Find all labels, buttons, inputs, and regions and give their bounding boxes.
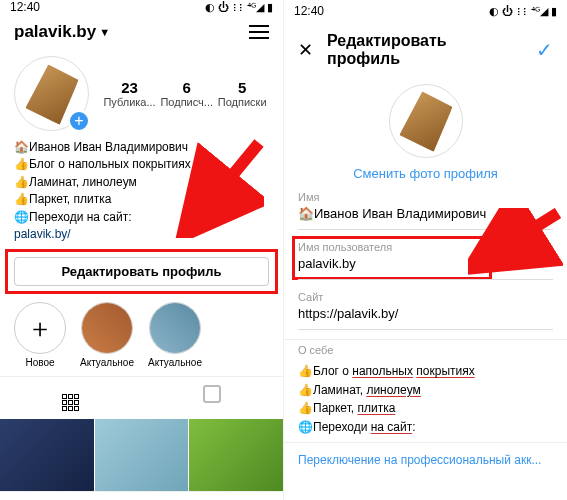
website-field[interactable]: Сайт https://palavik.by/ — [284, 285, 567, 327]
grid-icon — [62, 394, 79, 411]
chevron-down-icon: ▼ — [99, 26, 110, 38]
highlight-item[interactable]: Актуальное — [80, 302, 134, 368]
highlight-item[interactable]: Актуальное — [148, 302, 202, 368]
add-story-icon[interactable]: + — [68, 110, 90, 132]
highlight-new[interactable]: ＋ Новое — [14, 302, 66, 368]
edit-profile-screen: 12:40 ◐ ⏻ ⫶⫶ ⁴ᴳ◢ ▮ ✕ Редактировать профи… — [284, 0, 567, 500]
username-field[interactable]: Имя пользователя palavik.by — [284, 235, 567, 277]
status-icons: ◐ ⏻ ⫶⫶ ⁴ᴳ◢ ▮ — [489, 5, 557, 18]
stat-followers[interactable]: 6 Подписч... — [160, 79, 213, 108]
tagged-icon — [203, 385, 221, 403]
username-dropdown[interactable]: palavik.by — [14, 22, 96, 42]
tab-grid[interactable] — [0, 377, 142, 419]
avatar[interactable]: + — [14, 56, 89, 131]
status-icons: ◐ ⏻ ⫶⫶ ⁴ᴳ◢ ▮ — [205, 1, 273, 14]
status-time: 12:40 — [10, 0, 40, 14]
name-field[interactable]: Имя 🏠Иванов Иван Владимирович — [284, 185, 567, 227]
status-bar: 12:40 ◐ ⏻ ⫶⫶ ⁴ᴳ◢ ▮ — [0, 0, 283, 14]
plus-icon: ＋ — [27, 311, 53, 346]
post-thumbnail[interactable] — [0, 419, 94, 491]
avatar-section: Сменить фото профиля — [284, 76, 567, 185]
page-title: Редактировать профиль — [327, 32, 522, 68]
close-icon[interactable]: ✕ — [298, 39, 313, 61]
stats-row: 23 Публика... 6 Подписч... 5 Подписки — [101, 79, 269, 108]
status-time: 12:40 — [294, 4, 324, 18]
tab-tagged[interactable] — [142, 377, 284, 419]
annotation-highlight — [292, 236, 492, 280]
profile-tabs — [0, 376, 283, 419]
avatar[interactable] — [389, 84, 463, 158]
bio: 🏠Иванов Иван Владимирович 👍Блог о наполь… — [0, 135, 283, 247]
annotation-highlight — [5, 249, 278, 294]
confirm-icon[interactable]: ✓ — [536, 38, 553, 62]
stat-posts[interactable]: 23 Публика... — [103, 79, 155, 108]
edit-header: ✕ Редактировать профиль ✓ — [284, 22, 567, 76]
profile-header: palavik.by ▼ — [0, 14, 283, 50]
bio-link[interactable]: palavik.by/ — [14, 226, 269, 243]
edit-profile-row: Редактировать профиль — [0, 247, 283, 298]
avatar-image — [397, 89, 454, 153]
photo-grid — [0, 419, 283, 491]
bottom-nav: ⌂ ⊞ ♡ — [0, 491, 283, 500]
profile-screen: 12:40 ◐ ⏻ ⫶⫶ ⁴ᴳ◢ ▮ palavik.by ▼ + 23 Пуб… — [0, 0, 284, 500]
post-thumbnail[interactable] — [189, 419, 283, 491]
stat-following[interactable]: 5 Подписки — [218, 79, 267, 108]
change-photo-link[interactable]: Сменить фото профиля — [353, 166, 498, 181]
menu-icon[interactable] — [249, 25, 269, 39]
status-bar: 12:40 ◐ ⏻ ⫶⫶ ⁴ᴳ◢ ▮ — [284, 0, 567, 22]
about-field[interactable]: О себе 👍Блог о напольных покрытиях 👍Лами… — [284, 340, 567, 442]
post-thumbnail[interactable] — [95, 419, 189, 491]
profile-top: + 23 Публика... 6 Подписч... 5 Подписки — [0, 50, 283, 135]
highlights-row: ＋ Новое Актуальное Актуальное — [0, 298, 283, 376]
switch-professional-link[interactable]: Переключение на профессиональный акк... — [284, 442, 567, 477]
